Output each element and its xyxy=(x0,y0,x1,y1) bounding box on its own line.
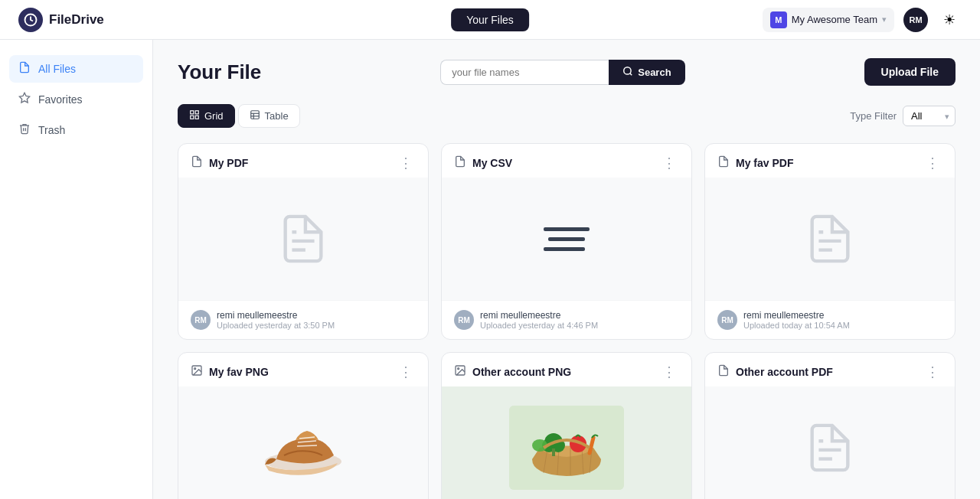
file-card[interactable]: Other account PNG ⋮ xyxy=(441,352,692,499)
star-icon xyxy=(18,92,31,107)
file-preview xyxy=(178,386,428,499)
file-name: My fav PDF xyxy=(736,157,793,169)
team-name: My Awesome Team xyxy=(792,14,877,25)
file-preview xyxy=(178,178,428,300)
search-bar: Search xyxy=(440,60,684,85)
file-type-icon xyxy=(454,364,466,380)
topnav: FileDrive Your Files M My Awesome Team ▾… xyxy=(0,0,980,40)
svg-point-2 xyxy=(624,67,631,73)
file-card[interactable]: My CSV ⋮ RM remi meullemeestre Uploaded … xyxy=(441,143,692,340)
file-type-icon xyxy=(191,364,203,380)
file-name: My PDF xyxy=(209,157,248,169)
file-name: Other account PDF xyxy=(736,366,833,378)
file-name: My CSV xyxy=(472,157,512,169)
type-filter: Type Filter All PDF CSV PNG xyxy=(850,106,956,126)
footer-info: remi meullemeestre Uploaded today at 10:… xyxy=(743,310,942,330)
svg-point-19 xyxy=(194,368,196,370)
table-icon xyxy=(250,109,260,122)
type-filter-select[interactable]: All PDF CSV PNG xyxy=(903,106,956,126)
file-type-icon xyxy=(717,364,730,380)
upload-time: Uploaded today at 10:54 AM xyxy=(743,321,942,330)
file-type-icon xyxy=(454,155,466,171)
uploader-avatar: RM xyxy=(191,310,211,330)
brand: FileDrive xyxy=(18,8,104,32)
sidebar-item-all-files[interactable]: All Files xyxy=(9,55,143,83)
file-card[interactable]: Other account PDF ⋮ AU Another User Uplo… xyxy=(704,352,956,499)
svg-rect-35 xyxy=(552,448,555,456)
file-menu-button[interactable]: ⋮ xyxy=(923,155,942,171)
svg-rect-5 xyxy=(195,111,198,114)
card-footer: RM remi meullemeestre Uploaded yesterday… xyxy=(178,300,428,339)
sidebar-item-favorites[interactable]: Favorites xyxy=(9,86,143,113)
svg-marker-1 xyxy=(19,93,29,103)
page-title: Your File xyxy=(178,60,261,84)
table-view-button[interactable]: Table xyxy=(238,104,300,128)
file-preview xyxy=(705,178,955,300)
upload-file-button[interactable]: Upload File xyxy=(864,58,956,86)
search-icon xyxy=(622,66,633,79)
card-title-row: My fav PDF xyxy=(717,155,793,171)
toolbar: Grid Table Type Filter xyxy=(178,104,956,128)
svg-line-3 xyxy=(630,73,632,75)
card-header: Other account PDF ⋮ xyxy=(705,353,955,386)
search-btn-label: Search xyxy=(638,67,671,78)
brand-logo xyxy=(18,8,43,32)
chevron-down-icon: ▾ xyxy=(882,15,887,24)
your-files-button[interactable]: Your Files xyxy=(451,8,529,31)
uploader-name: remi meullemeestre xyxy=(480,310,679,321)
theme-toggle-button[interactable]: ☀ xyxy=(937,8,962,32)
uploader-avatar: RM xyxy=(454,310,474,330)
card-header: My fav PNG ⋮ xyxy=(178,353,428,386)
uploader-avatar: RM xyxy=(717,310,737,330)
file-preview xyxy=(442,386,691,499)
sidebar-item-trash[interactable]: Trash xyxy=(9,116,143,144)
file-card[interactable]: My PDF ⋮ RM remi meullemeestre Uploaded … xyxy=(178,143,429,340)
search-input[interactable] xyxy=(440,60,609,85)
svg-rect-8 xyxy=(250,111,259,119)
file-menu-button[interactable]: ⋮ xyxy=(396,364,416,380)
card-title-row: My PDF xyxy=(191,155,248,171)
svg-rect-4 xyxy=(191,111,194,114)
brand-name: FileDrive xyxy=(49,12,104,28)
layout: All Files Favorites Trash xyxy=(0,40,980,499)
card-header: My CSV ⋮ xyxy=(442,144,691,178)
sidebar-item-label: Trash xyxy=(38,124,65,136)
card-footer: RM remi meullemeestre Uploaded today at … xyxy=(705,300,955,339)
type-filter-label: Type Filter xyxy=(850,110,897,122)
file-menu-button[interactable]: ⋮ xyxy=(923,364,942,380)
file-menu-button[interactable]: ⋮ xyxy=(396,155,416,171)
card-title-row: My fav PNG xyxy=(191,364,269,380)
uploader-name: remi meullemeestre xyxy=(743,310,942,321)
card-title-row: My CSV xyxy=(454,155,512,171)
file-menu-button[interactable]: ⋮ xyxy=(659,364,679,380)
card-header: Other account PNG ⋮ xyxy=(442,353,691,386)
file-card[interactable]: My fav PDF ⋮ RM remi meullemeestre Uploa… xyxy=(704,143,956,340)
grid-view-button[interactable]: Grid xyxy=(178,104,235,128)
svg-rect-7 xyxy=(195,116,198,119)
card-title-row: Other account PDF xyxy=(717,364,833,380)
file-menu-button[interactable]: ⋮ xyxy=(659,155,679,171)
sidebar-item-label: Favorites xyxy=(38,93,83,106)
footer-info: remi meullemeestre Uploaded yesterday at… xyxy=(480,310,679,330)
table-label: Table xyxy=(265,110,289,122)
file-card[interactable]: My fav PNG ⋮ xyxy=(178,352,429,499)
files-grid: My PDF ⋮ RM remi meullemeestre Uploaded … xyxy=(178,143,956,499)
main-header: Your File Search Upload File xyxy=(178,58,956,86)
team-selector[interactable]: M My Awesome Team ▾ xyxy=(763,8,894,32)
file-preview xyxy=(705,386,955,499)
file-icon xyxy=(18,61,31,77)
card-footer: RM remi meullemeestre Uploaded yesterday… xyxy=(442,300,691,339)
team-avatar: M xyxy=(770,11,787,28)
file-name: My fav PNG xyxy=(209,366,269,378)
grid-icon xyxy=(189,109,200,122)
upload-time: Uploaded yesterday at 4:46 PM xyxy=(480,321,679,330)
grid-label: Grid xyxy=(204,110,224,122)
search-button[interactable]: Search xyxy=(609,60,684,85)
topnav-center: Your Files xyxy=(451,8,529,31)
sidebar-item-label: All Files xyxy=(38,63,76,75)
footer-info: remi meullemeestre Uploaded yesterday at… xyxy=(217,310,416,330)
user-avatar[interactable]: RM xyxy=(903,8,928,32)
view-toggle: Grid Table xyxy=(178,104,300,128)
card-header: My fav PDF ⋮ xyxy=(705,144,955,178)
main-content: Your File Search Upload File xyxy=(153,40,980,499)
